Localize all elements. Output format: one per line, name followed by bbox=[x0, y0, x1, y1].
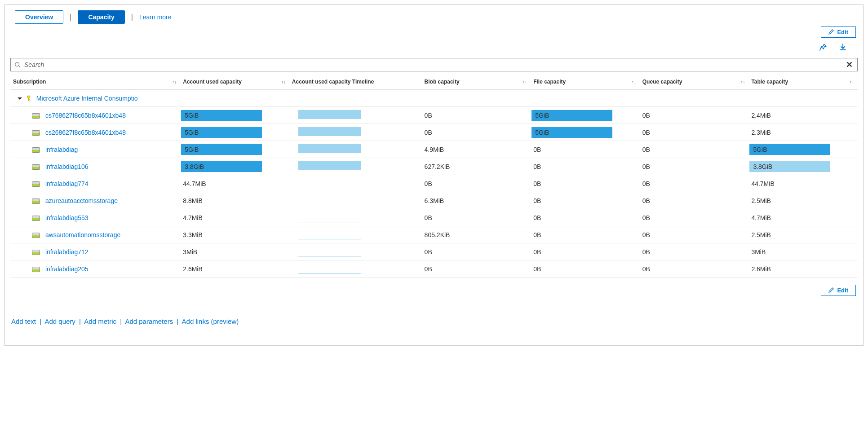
blob-cell: 6.3MiB bbox=[422, 192, 531, 209]
edit-button-top[interactable]: Edit bbox=[821, 26, 856, 38]
key-icon bbox=[27, 95, 33, 101]
group-name[interactable]: Microsoft Azure Internal Consumptio bbox=[36, 95, 138, 102]
storage-account-link[interactable]: infralabdiag106 bbox=[45, 163, 89, 170]
storage-account-link[interactable]: infralabdiag bbox=[45, 146, 78, 153]
timeline-cell bbox=[289, 107, 422, 124]
table-row[interactable]: cs268627f8c65b8x4601xb48 5GiB 0B 5GiB 0B… bbox=[10, 124, 858, 141]
pin-icon bbox=[819, 43, 827, 51]
add-text-link[interactable]: Add text bbox=[11, 318, 36, 325]
value-cell: 2.3MiB bbox=[748, 124, 858, 141]
blob-cell: 0B bbox=[422, 243, 531, 260]
bar-label: 5GiB bbox=[185, 146, 199, 153]
tab-overview[interactable]: Overview bbox=[15, 10, 63, 24]
add-links-bar: Add text | Add query | Add metric | Add … bbox=[10, 318, 858, 325]
storage-account-link[interactable]: awsautomationomsstorage bbox=[45, 231, 120, 238]
col-table[interactable]: Table capacity↑↓ bbox=[748, 75, 858, 90]
search-icon bbox=[14, 62, 21, 68]
blob-cell: 0B bbox=[422, 175, 531, 192]
edit-button-bottom[interactable]: Edit bbox=[821, 285, 856, 296]
link-separator: | bbox=[40, 318, 41, 325]
learn-more-link[interactable]: Learn more bbox=[139, 13, 172, 21]
download-button[interactable] bbox=[837, 41, 849, 54]
name-cell: azureautoacctomsstorage bbox=[10, 192, 180, 209]
value-cell: 0B bbox=[531, 243, 640, 260]
name-cell: infralabdiag774 bbox=[10, 175, 180, 192]
storage-account-link[interactable]: infralabdiag774 bbox=[45, 180, 89, 187]
table-row[interactable]: awsautomationomsstorage 3.3MiB805.2KiB0B… bbox=[10, 226, 858, 243]
blob-cell: 0B bbox=[422, 124, 531, 141]
storage-account-link[interactable]: infralabdiag205 bbox=[45, 265, 89, 273]
bar-cell: 5GiB bbox=[180, 107, 289, 124]
col-label: Queue capacity bbox=[642, 79, 682, 85]
bar-label: 3.8GiB bbox=[185, 163, 204, 170]
value-cell: 3MiB bbox=[180, 243, 289, 260]
edit-label: Edit bbox=[837, 287, 848, 294]
col-account-used[interactable]: Account used capacity↑↓ bbox=[180, 75, 289, 90]
svg-point-0 bbox=[15, 62, 19, 66]
blob-cell: 0B bbox=[422, 209, 531, 226]
add-query-link[interactable]: Add query bbox=[44, 318, 75, 325]
timeline-cell bbox=[289, 260, 422, 278]
bar-label: 5GiB bbox=[185, 112, 199, 119]
timeline-cell bbox=[289, 124, 422, 141]
value-cell: 2.6MiB bbox=[180, 260, 289, 278]
toolbar-icons bbox=[10, 41, 858, 54]
storage-account-icon bbox=[32, 233, 40, 238]
storage-account-link[interactable]: infralabdiag712 bbox=[45, 248, 89, 256]
table-row[interactable]: infralabdiag106 3.8GiB 627.2KiB0B0B 3.8G… bbox=[10, 158, 858, 175]
table-row[interactable]: infralabdiag553 4.7MiB0B0B0B4.7MiB bbox=[10, 209, 858, 226]
col-timeline[interactable]: Account used capacity Timeline bbox=[289, 75, 422, 90]
queue-cell: 0B bbox=[640, 226, 749, 243]
bar-cell: 5GiB bbox=[748, 141, 858, 158]
add-parameters-link[interactable]: Add parameters bbox=[125, 318, 173, 325]
value-cell: 0B bbox=[531, 192, 640, 209]
col-label: Blob capacity bbox=[425, 79, 460, 85]
table-row[interactable]: azureautoacctomsstorage 8.8MiB6.3MiB0B0B… bbox=[10, 192, 858, 209]
col-file[interactable]: File capacity↑↓ bbox=[531, 75, 640, 90]
value-cell: 3MiB bbox=[748, 243, 858, 260]
sort-icon: ↑↓ bbox=[523, 79, 527, 84]
tab-bar: Overview | Capacity | Learn more bbox=[10, 10, 858, 24]
table-row[interactable]: infralabdiag205 2.6MiB0B0B0B2.6MiB bbox=[10, 260, 858, 278]
value-cell: 44.7MiB bbox=[748, 175, 858, 192]
col-label: Subscription bbox=[13, 79, 46, 85]
storage-account-link[interactable]: cs268627f8c65b8x4601xb48 bbox=[45, 129, 126, 136]
blob-cell: 4.9MiB bbox=[422, 141, 531, 158]
table-row[interactable]: infralabdiag774 44.7MiB0B0B0B44.7MiB bbox=[10, 175, 858, 192]
group-row[interactable]: Microsoft Azure Internal Consumptio bbox=[10, 90, 858, 107]
table-row[interactable]: infralabdiag712 3MiB0B0B0B3MiB bbox=[10, 243, 858, 260]
bar-label: 5GiB bbox=[185, 129, 199, 136]
pin-button[interactable] bbox=[817, 41, 829, 54]
queue-cell: 0B bbox=[640, 192, 749, 209]
bar-cell: 5GiB bbox=[531, 124, 640, 141]
queue-cell: 0B bbox=[640, 141, 749, 158]
value-cell: 2.6MiB bbox=[748, 260, 858, 278]
col-label: Account used capacity Timeline bbox=[292, 79, 374, 85]
pencil-icon bbox=[828, 287, 834, 293]
value-cell: 0B bbox=[531, 158, 640, 175]
search-field[interactable]: ✕ bbox=[10, 58, 858, 71]
add-metric-link[interactable]: Add metric bbox=[84, 318, 116, 325]
search-clear-button[interactable]: ✕ bbox=[841, 60, 857, 70]
queue-cell: 0B bbox=[640, 107, 749, 124]
table-row[interactable]: infralabdiag 5GiB 4.9MiB0B0B 5GiB bbox=[10, 141, 858, 158]
col-blob[interactable]: Blob capacity↑↓ bbox=[422, 75, 531, 90]
tab-capacity[interactable]: Capacity bbox=[78, 10, 124, 24]
name-cell: cs268627f8c65b8x4601xb48 bbox=[10, 124, 180, 141]
storage-account-link[interactable]: cs768627f8c65b8x4601xb48 bbox=[45, 112, 126, 119]
table-row[interactable]: cs768627f8c65b8x4601xb48 5GiB 0B 5GiB 0B… bbox=[10, 107, 858, 124]
name-cell: infralabdiag bbox=[10, 141, 180, 158]
search-input[interactable] bbox=[24, 61, 841, 68]
storage-account-icon bbox=[32, 181, 40, 187]
queue-cell: 0B bbox=[640, 260, 749, 278]
add-links-link[interactable]: Add links (preview) bbox=[182, 318, 239, 325]
col-queue[interactable]: Queue capacity↑↓ bbox=[640, 75, 749, 90]
edit-button-row-bottom: Edit bbox=[10, 278, 858, 298]
bar-label: 5GiB bbox=[535, 129, 549, 136]
col-subscription[interactable]: Subscription↑↓ bbox=[10, 75, 180, 90]
storage-account-link[interactable]: azureautoacctomsstorage bbox=[45, 197, 118, 204]
storage-account-link[interactable]: infralabdiag553 bbox=[45, 214, 89, 221]
timeline-cell bbox=[289, 175, 422, 192]
queue-cell: 0B bbox=[640, 243, 749, 260]
value-cell: 2.4MiB bbox=[748, 107, 858, 124]
